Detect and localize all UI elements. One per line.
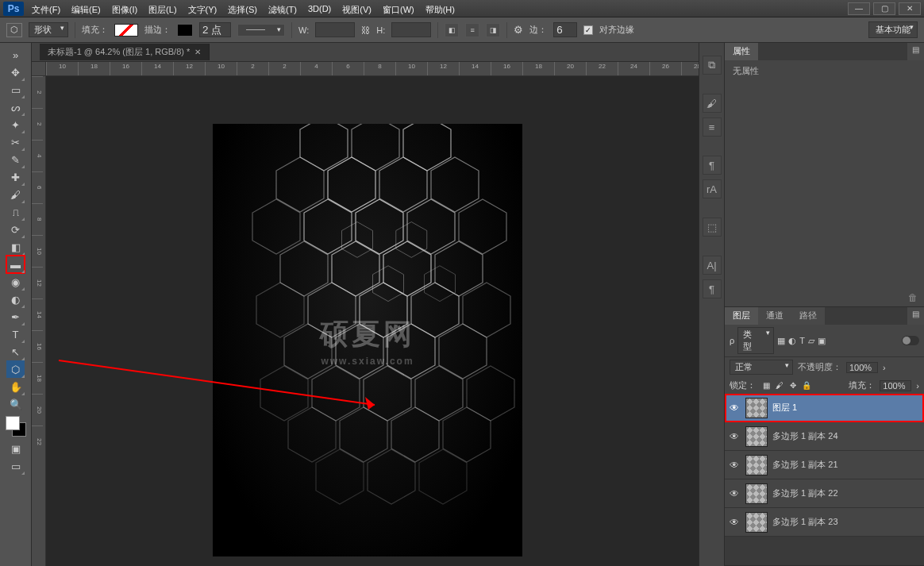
type-tool[interactable]: T [6, 325, 25, 343]
layer-row[interactable]: 👁多边形 1 副本 22 [725, 479, 924, 508]
minimize-button[interactable]: — [848, 2, 870, 15]
sides-input[interactable] [553, 22, 577, 37]
trash-icon[interactable]: 🗑 [908, 292, 918, 303]
layer-row[interactable]: 👁多边形 1 副本 21 [725, 451, 924, 479]
filter-smart-icon[interactable]: ▣ [818, 336, 826, 346]
blend-mode-combo[interactable]: 正常 [730, 360, 793, 375]
layer-name[interactable]: 多边形 1 副本 21 [772, 459, 838, 471]
path-select-tool[interactable]: ↖ [6, 343, 25, 360]
stroke-swatch[interactable] [177, 24, 193, 37]
lock-pos-icon[interactable]: ✥ [787, 380, 799, 391]
paragraph-panel-icon[interactable]: ¶ [703, 156, 722, 175]
opacity-input[interactable]: 100% [846, 362, 878, 373]
expand-toolbox[interactable]: » [6, 46, 25, 64]
menu-view[interactable]: 视图(V) [337, 2, 376, 17]
layer-row[interactable]: 👁多边形 1 副本 23 [725, 508, 924, 537]
height-input[interactable] [391, 22, 431, 37]
ruler-horizontal[interactable]: 101816141210224681012141618202224262830 [46, 62, 699, 76]
menu-edit[interactable]: 编辑(E) [67, 2, 106, 17]
wand-tool[interactable]: ✦ [6, 116, 25, 133]
dodge-tool[interactable]: ◐ [6, 291, 25, 308]
menu-type[interactable]: 文字(Y) [183, 2, 222, 17]
brush-panel-icon[interactable]: 🖌 [703, 94, 722, 113]
zoom-tool[interactable]: 🔍 [6, 395, 25, 413]
screenmode-toggle[interactable]: ▭ [6, 457, 25, 475]
paths-tab[interactable]: 路径 [791, 307, 825, 325]
menu-file[interactable]: 文件(F) [27, 2, 65, 17]
menu-filter[interactable]: 滤镜(T) [264, 2, 302, 17]
layer-name[interactable]: 图层 1 [772, 402, 797, 414]
crop-tool[interactable]: ✂ [6, 133, 25, 151]
opacity-slider-icon[interactable]: › [883, 363, 886, 372]
pathop-combine[interactable]: ◧ [445, 23, 459, 37]
layer-name[interactable]: 多边形 1 副本 23 [772, 516, 838, 528]
canvas[interactable]: 硕夏网 www.sxiaw.com [213, 124, 522, 556]
blur-tool[interactable]: ◉ [6, 273, 25, 291]
polygon-tool[interactable]: ⬡ [6, 360, 25, 378]
stroke-style-combo[interactable] [237, 24, 285, 37]
visibility-icon[interactable]: 👁 [728, 431, 741, 442]
fill-swatch[interactable] [114, 24, 138, 37]
align-edges-checkbox[interactable]: ✓ [583, 25, 593, 35]
stamp-tool[interactable]: ⎍ [6, 203, 25, 221]
visibility-icon[interactable]: 👁 [728, 488, 741, 499]
link-wh-icon[interactable]: ⛓ [361, 25, 370, 35]
menu-select[interactable]: 选择(S) [223, 2, 262, 17]
pathop-arrange[interactable]: ◨ [486, 23, 500, 37]
move-tool[interactable]: ✥ [6, 64, 25, 81]
filter-toggle[interactable] [902, 336, 919, 345]
workspace-switcher[interactable]: 基本功能 [868, 21, 918, 38]
properties-menu-icon[interactable]: ▤ [907, 43, 924, 60]
current-tool-icon[interactable]: ⬡ [6, 23, 22, 37]
filter-adjust-icon[interactable]: ◐ [788, 336, 796, 346]
marquee-tool[interactable]: ▭ [6, 81, 25, 98]
layer-fill-input[interactable]: 100% [880, 380, 911, 391]
quickmask-toggle[interactable]: ▣ [6, 440, 25, 457]
visibility-icon[interactable]: 👁 [728, 517, 741, 528]
color-swatches[interactable] [6, 416, 26, 437]
menu-help[interactable]: 帮助(H) [421, 2, 460, 17]
brushpresets-panel-icon[interactable]: ≡ [703, 117, 722, 137]
3d-panel-icon[interactable]: ⬚ [703, 218, 722, 237]
pen-tool[interactable]: ✒ [6, 308, 25, 325]
filter-kind-combo[interactable]: 类型 [737, 327, 774, 354]
layer-name[interactable]: 多边形 1 副本 22 [772, 487, 838, 499]
lasso-tool[interactable]: ᔕ [6, 98, 25, 116]
layer-thumbnail[interactable] [745, 398, 768, 418]
menu-layer[interactable]: 图层(L) [144, 2, 181, 17]
filter-type-icon[interactable]: T [799, 336, 805, 345]
character-panel-icon[interactable]: A| [703, 256, 722, 275]
brush-tool[interactable]: 🖌 [6, 186, 25, 203]
properties-tab[interactable]: 属性 [725, 43, 758, 60]
paragraphstyle-panel-icon[interactable]: ¶ [703, 279, 722, 298]
lock-trans-icon[interactable]: ▦ [760, 380, 772, 391]
ruler-origin[interactable] [32, 62, 46, 76]
layer-row[interactable]: 👁图层 1 [725, 394, 924, 422]
characterstyle-panel-icon[interactable]: rA [703, 179, 722, 198]
tool-settings-icon[interactable]: ⚙ [514, 24, 523, 36]
document-tab[interactable]: 未标题-1 @ 64.2% (图层 1, RGB/8) * ✕ [40, 44, 210, 60]
stroke-width-input[interactable] [199, 22, 231, 37]
foreground-color[interactable] [6, 416, 20, 430]
layer-row[interactable]: 👁多边形 1 副本 24 [725, 422, 924, 451]
lock-pixels-icon[interactable]: 🖌 [774, 380, 785, 391]
layer-thumbnail[interactable] [745, 455, 768, 476]
heal-tool[interactable]: ✚ [6, 168, 25, 186]
filter-pixel-icon[interactable]: ▦ [777, 336, 785, 346]
menu-3d[interactable]: 3D(D) [303, 2, 336, 17]
layer-name[interactable]: 多边形 1 副本 24 [772, 430, 838, 442]
tool-mode-combo[interactable]: 形状 [29, 22, 68, 37]
canvas-viewport[interactable]: 硕夏网 www.sxiaw.com [46, 76, 699, 566]
eraser-tool[interactable]: ◧ [6, 238, 25, 256]
width-input[interactable] [315, 22, 355, 37]
layers-menu-icon[interactable]: ▤ [907, 307, 924, 325]
fill-slider-icon[interactable]: › [916, 381, 919, 391]
visibility-icon[interactable]: 👁 [728, 402, 741, 414]
channels-tab[interactable]: 通道 [758, 307, 791, 325]
menu-image[interactable]: 图像(I) [107, 2, 142, 17]
gradient-tool[interactable]: ▬ [6, 256, 25, 273]
maximize-button[interactable]: ▢ [873, 2, 895, 15]
menu-window[interactable]: 窗口(W) [378, 2, 419, 17]
ruler-vertical[interactable]: 2246810121416182022 [32, 76, 46, 566]
history-panel-icon[interactable]: ⧉ [703, 56, 722, 75]
